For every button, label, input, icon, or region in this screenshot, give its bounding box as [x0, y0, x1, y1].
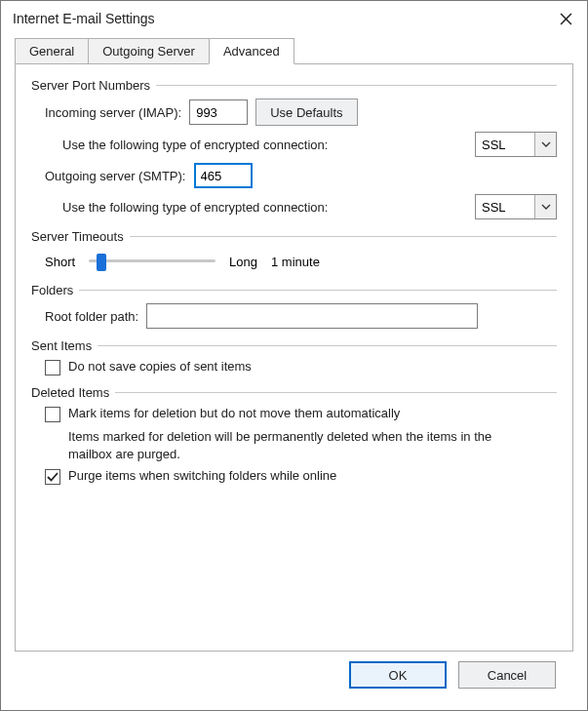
tab-advanced[interactable]: Advanced: [209, 38, 294, 64]
timeout-short-label: Short: [45, 255, 75, 269]
tab-outgoing-server[interactable]: Outgoing Server: [88, 38, 210, 64]
outgoing-server-label: Outgoing server (SMTP):: [45, 169, 186, 183]
row-mark-for-deletion: Mark items for deletion but do not move …: [45, 406, 557, 422]
row-root-folder: Root folder path:: [45, 303, 557, 329]
root-folder-input[interactable]: [146, 303, 478, 329]
window-title: Internet E-mail Settings: [13, 11, 155, 26]
deletion-note: Items marked for deletion will be perman…: [68, 428, 536, 462]
purge-on-switch-label: Purge items when switching folders while…: [68, 468, 336, 483]
close-button[interactable]: [554, 7, 577, 30]
group-label: Sent Items: [31, 338, 92, 353]
root-folder-label: Root folder path:: [45, 309, 138, 324]
separator: [115, 392, 557, 393]
row-incoming-port: Incoming server (IMAP): Use Defaults: [45, 99, 557, 126]
use-defaults-button[interactable]: Use Defaults: [255, 99, 357, 126]
mark-for-deletion-label: Mark items for deletion but do not move …: [68, 406, 400, 420]
tab-general[interactable]: General: [15, 38, 89, 64]
outgoing-encryption-value: SSL: [476, 200, 534, 215]
row-purge-on-switch: Purge items when switching folders while…: [45, 468, 557, 485]
timeout-long-label: Long: [229, 255, 257, 269]
slider-track: [89, 259, 216, 262]
chevron-down-icon: [541, 141, 551, 147]
dont-save-sent-label: Do not save copies of sent items: [68, 359, 252, 374]
purge-on-switch-checkbox[interactable]: [45, 469, 60, 485]
outgoing-encryption-select[interactable]: SSL: [475, 194, 557, 219]
separator: [98, 345, 557, 346]
incoming-encryption-label: Use the following type of encrypted conn…: [62, 138, 328, 152]
group-sent-items: Sent Items: [31, 338, 557, 353]
dropdown-button[interactable]: [534, 195, 556, 218]
tab-panel-advanced: Server Port Numbers Incoming server (IMA…: [15, 63, 573, 652]
group-label: Server Port Numbers: [31, 78, 150, 93]
titlebar: Internet E-mail Settings: [1, 1, 587, 34]
timeout-value-text: 1 minute: [271, 255, 320, 269]
separator: [130, 236, 557, 237]
ok-button[interactable]: OK: [349, 661, 447, 689]
outgoing-port-input[interactable]: [194, 163, 253, 188]
incoming-port-input[interactable]: [189, 99, 248, 125]
group-label: Folders: [31, 283, 73, 297]
dialog-footer: OK Cancel: [15, 652, 573, 700]
slider-thumb[interactable]: [97, 254, 106, 271]
group-server-port-numbers: Server Port Numbers: [31, 78, 557, 93]
outgoing-encryption-label: Use the following type of encrypted conn…: [62, 200, 328, 215]
group-label: Server Timeouts: [31, 229, 124, 244]
dialog-window: Internet E-mail Settings General Outgoin…: [0, 0, 588, 711]
group-server-timeouts: Server Timeouts: [31, 229, 557, 244]
content-area: General Outgoing Server Advanced Server …: [1, 34, 587, 710]
tabstrip: General Outgoing Server Advanced: [15, 38, 573, 64]
dont-save-sent-checkbox[interactable]: [45, 360, 60, 375]
group-deleted-items: Deleted Items: [31, 385, 557, 400]
row-outgoing-encryption: Use the following type of encrypted conn…: [62, 194, 557, 219]
row-timeout-slider: Short Long 1 minute: [45, 250, 557, 273]
separator: [79, 290, 557, 291]
check-icon: [47, 471, 59, 483]
group-label: Deleted Items: [31, 385, 109, 400]
timeout-slider[interactable]: [89, 250, 216, 273]
incoming-server-label: Incoming server (IMAP):: [45, 105, 181, 120]
row-incoming-encryption: Use the following type of encrypted conn…: [62, 132, 557, 157]
group-folders: Folders: [31, 283, 557, 297]
chevron-down-icon: [541, 204, 551, 210]
close-icon: [560, 13, 572, 25]
row-outgoing-port: Outgoing server (SMTP):: [45, 163, 557, 188]
row-dont-save-sent: Do not save copies of sent items: [45, 359, 557, 375]
mark-for-deletion-checkbox[interactable]: [45, 407, 60, 422]
cancel-button[interactable]: Cancel: [458, 661, 556, 689]
incoming-encryption-value: SSL: [476, 138, 534, 152]
separator: [156, 85, 557, 86]
dropdown-button[interactable]: [534, 133, 556, 156]
incoming-encryption-select[interactable]: SSL: [475, 132, 557, 157]
